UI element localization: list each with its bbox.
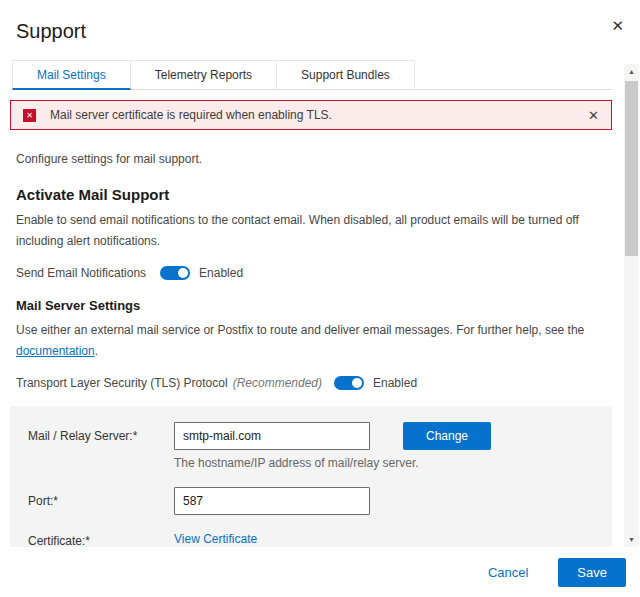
scrollbar-thumb[interactable]: [625, 81, 638, 256]
error-icon: ✕: [23, 109, 36, 122]
tab-label: Mail Settings: [37, 68, 106, 82]
tab-label: Support Bundles: [301, 68, 390, 82]
send-email-notifications-label: Send Email Notifications: [16, 266, 146, 280]
documentation-link[interactable]: documentation: [16, 344, 95, 358]
vertical-scrollbar[interactable]: ▲ ▼: [624, 64, 639, 547]
tls-protocol-state: Enabled: [373, 376, 417, 390]
mail-relay-server-row: Mail / Relay Server:* Change: [28, 422, 594, 450]
dialog-header: Support ✕: [0, 0, 640, 43]
send-email-notifications-state: Enabled: [199, 266, 243, 280]
change-button[interactable]: Change: [403, 422, 491, 450]
port-row: Port:*: [28, 487, 594, 515]
alert-dismiss-icon[interactable]: ✕: [586, 108, 601, 123]
tab-mail-settings[interactable]: Mail Settings: [12, 60, 131, 90]
send-email-notifications-toggle[interactable]: [160, 266, 190, 280]
activate-mail-support-heading: Activate Mail Support: [12, 186, 612, 203]
description-text-end: .: [95, 344, 98, 358]
tls-protocol-label: Transport Layer Security (TLS) Protocol: [16, 376, 228, 390]
tab-telemetry-reports[interactable]: Telemetry Reports: [131, 60, 277, 89]
tls-recommended-hint: (Recommended): [233, 376, 322, 390]
tab-support-bundles[interactable]: Support Bundles: [277, 60, 415, 89]
tls-protocol-row: Transport Layer Security (TLS) Protocol …: [12, 376, 612, 390]
error-banner: ✕ Mail server certificate is required wh…: [10, 100, 612, 130]
dialog-content: Mail Settings Telemetry Reports Support …: [0, 60, 640, 582]
intro-text: Configure settings for mail support.: [12, 152, 612, 166]
error-message: Mail server certificate is required when…: [50, 108, 586, 122]
scroll-down-icon[interactable]: ▼: [624, 532, 639, 547]
port-input[interactable]: [174, 487, 370, 515]
view-certificate-link[interactable]: View Certificate: [174, 532, 334, 546]
mail-server-settings-heading: Mail Server Settings: [12, 298, 612, 313]
support-dialog: Support ✕ Mail Settings Telemetry Report…: [0, 0, 640, 597]
dialog-footer: Cancel Save: [0, 547, 640, 597]
certificate-label: Certificate:*: [28, 532, 174, 548]
tab-label: Telemetry Reports: [155, 68, 252, 82]
mail-relay-server-help: The hostname/IP address of mail/relay se…: [174, 456, 594, 470]
port-label: Port:*: [28, 494, 174, 508]
mail-server-settings-description: Use either an external mail service or P…: [12, 320, 612, 362]
description-text: Use either an external mail service or P…: [16, 323, 584, 337]
tls-protocol-toggle[interactable]: [334, 376, 364, 390]
activate-mail-support-description: Enable to send email notifications to th…: [12, 210, 612, 252]
dialog-title: Support: [16, 20, 624, 43]
mail-relay-server-label: Mail / Relay Server:*: [28, 429, 174, 443]
cancel-button[interactable]: Cancel: [488, 565, 528, 580]
send-email-notifications-row: Send Email Notifications Enabled: [12, 266, 612, 280]
save-button[interactable]: Save: [558, 558, 626, 587]
scroll-up-icon[interactable]: ▲: [624, 64, 639, 79]
close-icon[interactable]: ✕: [611, 18, 624, 33]
tab-bar: Mail Settings Telemetry Reports Support …: [12, 60, 612, 90]
mail-relay-server-input[interactable]: [174, 422, 370, 450]
